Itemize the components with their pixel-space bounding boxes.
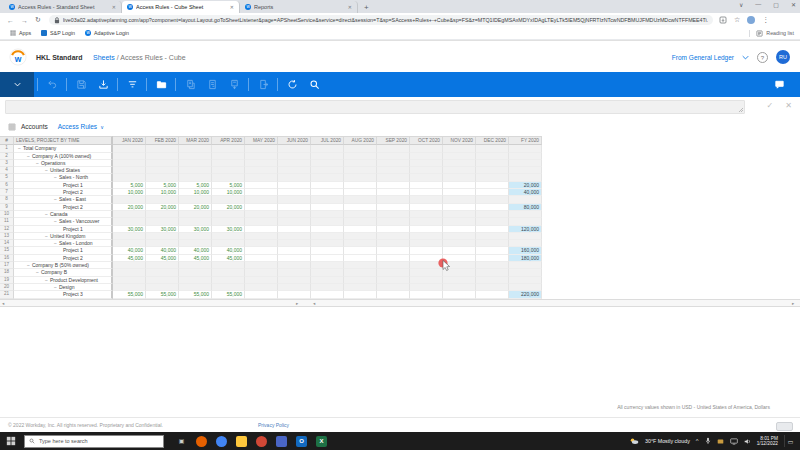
month-cell[interactable]: 45,000 — [179, 255, 212, 262]
month-cell[interactable]: 20,000 — [113, 204, 146, 211]
month-cell[interactable] — [443, 262, 476, 269]
month-cell[interactable] — [113, 269, 146, 276]
month-cell[interactable] — [443, 204, 476, 211]
month-cell[interactable] — [278, 204, 311, 211]
month-cell[interactable] — [410, 189, 443, 196]
month-cell[interactable] — [476, 240, 509, 247]
weather-text[interactable]: 30°F Mostly cloudy — [645, 438, 690, 444]
month-cell[interactable]: 30,000 — [146, 226, 179, 233]
month-cell[interactable] — [278, 160, 311, 167]
month-cell[interactable] — [344, 233, 377, 240]
month-cell[interactable] — [245, 269, 278, 276]
tab-close-icon[interactable]: ✕ — [230, 4, 234, 10]
month-cell[interactable] — [179, 277, 212, 284]
chevron-down-icon[interactable]: ∨ — [100, 124, 104, 130]
formula-confirm-icon[interactable]: ✓ — [767, 101, 774, 110]
fy-total-cell[interactable]: 20,000 — [509, 182, 542, 189]
month-cell[interactable]: 30,000 — [179, 226, 212, 233]
month-cell[interactable] — [311, 240, 344, 247]
speaker-icon[interactable] — [744, 438, 751, 445]
month-cell[interactable] — [311, 277, 344, 284]
month-cell[interactable] — [311, 189, 344, 196]
month-cell[interactable] — [113, 211, 146, 218]
month-cell[interactable]: 55,000 — [179, 291, 212, 298]
month-cell[interactable] — [245, 160, 278, 167]
month-cell[interactable] — [443, 160, 476, 167]
month-cell[interactable] — [377, 211, 410, 218]
month-cell[interactable] — [443, 189, 476, 196]
month-cell[interactable]: 30,000 — [113, 226, 146, 233]
month-cell[interactable] — [113, 153, 146, 160]
formula-cancel-icon[interactable]: ✕ — [785, 101, 792, 110]
month-cell[interactable] — [443, 145, 476, 152]
month-cell[interactable] — [344, 204, 377, 211]
month-cell[interactable]: 10,000 — [179, 189, 212, 196]
row-label[interactable]: −Operations — [14, 160, 113, 167]
month-cell[interactable] — [278, 240, 311, 247]
help-button[interactable]: ? — [757, 52, 768, 63]
tab-close-icon[interactable]: ✕ — [112, 4, 116, 10]
month-cell[interactable] — [179, 196, 212, 203]
row-label[interactable]: −Company B (50% owned) — [14, 262, 113, 269]
month-cell[interactable] — [179, 262, 212, 269]
month-cell[interactable] — [443, 284, 476, 291]
month-cell[interactable] — [278, 262, 311, 269]
collapse-icon[interactable]: − — [27, 262, 30, 268]
row-label[interactable]: −United Kingdom — [14, 233, 113, 240]
taskbar-search-input[interactable]: Type here to search — [24, 435, 164, 448]
month-cell[interactable] — [179, 233, 212, 240]
month-cell[interactable] — [146, 196, 179, 203]
scroll-right-icon[interactable]: ▸ — [792, 301, 794, 306]
file-explorer-icon[interactable] — [236, 436, 247, 447]
row-label[interactable]: Project 2 — [14, 189, 113, 196]
back-icon[interactable]: ← — [7, 17, 14, 24]
collapse-icon[interactable]: − — [45, 167, 48, 173]
from-general-ledger-menu[interactable]: From General Ledger — [672, 54, 734, 61]
month-cell[interactable] — [311, 218, 344, 225]
fy-total-cell[interactable] — [509, 160, 542, 167]
scroll-left-icon[interactable]: ◂ — [2, 301, 4, 306]
row-label[interactable]: Project 3 — [14, 291, 113, 298]
month-cell[interactable] — [245, 167, 278, 174]
month-cell[interactable] — [377, 174, 410, 181]
month-cell[interactable] — [410, 167, 443, 174]
month-cell[interactable]: 45,000 — [146, 255, 179, 262]
month-cell[interactable] — [410, 269, 443, 276]
column-header[interactable]: MAY 2020 — [245, 136, 278, 145]
month-cell[interactable] — [377, 182, 410, 189]
month-cell[interactable] — [113, 240, 146, 247]
month-cell[interactable] — [212, 277, 245, 284]
month-cell[interactable] — [377, 189, 410, 196]
month-cell[interactable] — [113, 160, 146, 167]
network-display-icon[interactable] — [730, 438, 738, 445]
month-cell[interactable] — [245, 182, 278, 189]
month-cell[interactable] — [344, 160, 377, 167]
collapse-icon[interactable]: − — [45, 233, 48, 239]
edge-icon[interactable] — [256, 436, 267, 447]
row-label[interactable]: −Design — [14, 284, 113, 291]
month-cell[interactable] — [146, 233, 179, 240]
action-center-icon[interactable]: ▭ — [784, 435, 796, 447]
month-cell[interactable]: 30,000 — [212, 226, 245, 233]
collapse-icon[interactable]: − — [45, 211, 48, 217]
month-cell[interactable] — [476, 189, 509, 196]
kebab-menu-icon[interactable]: ⋮ — [762, 16, 769, 24]
month-cell[interactable] — [311, 153, 344, 160]
month-cell[interactable] — [311, 182, 344, 189]
column-header[interactable]: AUG 2020 — [344, 136, 377, 145]
month-cell[interactable] — [146, 211, 179, 218]
chevron-down-icon[interactable] — [742, 55, 749, 60]
fy-total-cell[interactable] — [509, 218, 542, 225]
fy-total-cell[interactable]: 80,000 — [509, 204, 542, 211]
month-cell[interactable] — [179, 160, 212, 167]
month-cell[interactable] — [476, 153, 509, 160]
month-cell[interactable] — [113, 196, 146, 203]
month-cell[interactable] — [476, 233, 509, 240]
month-cell[interactable] — [278, 284, 311, 291]
month-cell[interactable] — [179, 211, 212, 218]
month-cell[interactable] — [377, 153, 410, 160]
month-cell[interactable] — [443, 174, 476, 181]
month-cell[interactable] — [278, 269, 311, 276]
chrome-icon[interactable] — [216, 436, 227, 447]
month-cell[interactable] — [410, 233, 443, 240]
